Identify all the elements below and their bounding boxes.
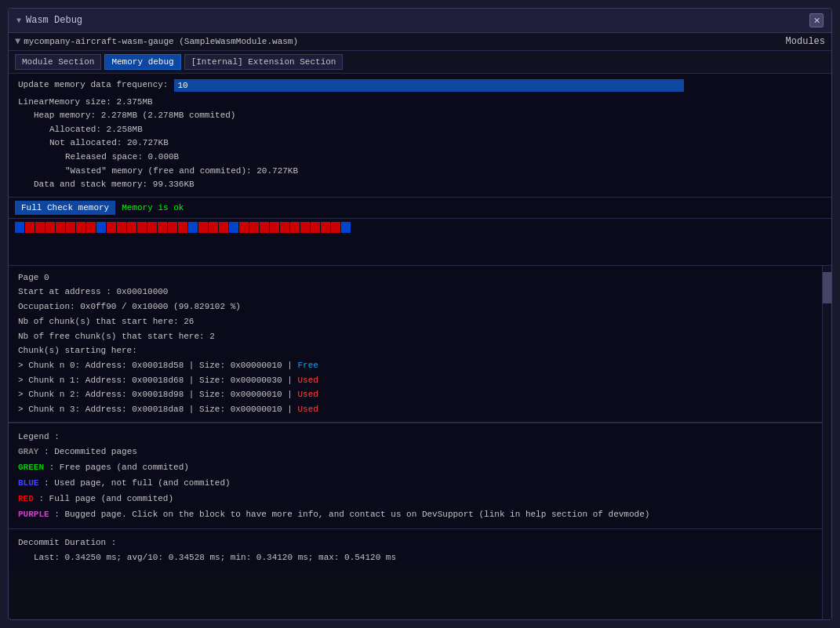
block-blue[interactable] (341, 222, 351, 233)
window-arrow-icon: ▼ (16, 16, 21, 25)
freq-label: Update memory data frequency: (18, 78, 168, 93)
block-red[interactable] (168, 222, 177, 233)
legend-blue-row: BLUE : Used page, not full (and commited… (18, 476, 813, 492)
allocated-line: Allocated: 2.258MB (18, 123, 822, 137)
memory-info: Update memory data frequency: LinearMemo… (9, 74, 831, 198)
occupation-line: Occupation: 0x0ff90 / 0x10000 (99.829102… (18, 299, 813, 314)
module-bar: ▼ mycompany-aircraft-wasm-gauge (SampleW… (9, 33, 831, 51)
full-check-button[interactable]: Full Check memory (15, 201, 115, 215)
block-red[interactable] (249, 222, 259, 233)
block-red[interactable] (76, 222, 85, 233)
legend-purple-row: PURPLE : Bugged page. Click on the block… (18, 507, 813, 523)
legend-gray-row: GRAY : Decommited pages (18, 445, 813, 460)
block-red[interactable] (209, 222, 218, 233)
check-row: Full Check memory Memory is ok (9, 198, 831, 219)
block-red[interactable] (86, 222, 96, 233)
module-dropdown-icon: ▼ (15, 36, 20, 47)
tab-memory-debug[interactable]: Memory debug (104, 54, 180, 70)
block-blue[interactable] (15, 222, 24, 233)
legend-green-row: GREEN : Free pages (and commited) (18, 460, 813, 476)
wasm-debug-window: ▼ Wasm Debug ✕ ▼ mycompany-aircraft-wasm… (8, 8, 832, 620)
chunk-1: > Chunk n 1: Address: 0x00018d68 | Size:… (18, 373, 813, 388)
blocks-area (9, 219, 831, 266)
chunk-3: > Chunk n 3: Address: 0x00018da8 | Size:… (18, 402, 813, 417)
window-title: Wasm Debug (26, 15, 82, 26)
legend-title: Legend : (18, 430, 813, 445)
block-red[interactable] (127, 222, 136, 233)
close-button[interactable]: ✕ (809, 13, 824, 27)
block-red[interactable] (270, 222, 279, 233)
block-red[interactable] (137, 222, 147, 233)
data-stack-line: Data and stack memory: 99.336KB (18, 178, 822, 192)
block-red[interactable] (260, 222, 269, 233)
block-red[interactable] (158, 222, 167, 233)
decommit-title: Decommit Duration : (18, 535, 813, 550)
block-red[interactable] (219, 222, 228, 233)
block-red[interactable] (147, 222, 157, 233)
block-red[interactable] (311, 222, 320, 233)
block-red[interactable] (198, 222, 208, 233)
chunk-2: > Chunk n 2: Address: 0x00018d98 | Size:… (18, 387, 813, 402)
main-scroll-area: Page 0 Start at address : 0x00010000 Occ… (9, 266, 831, 619)
block-red[interactable] (300, 222, 310, 233)
block-red[interactable] (321, 222, 330, 233)
decommit-area: Decommit Duration : Last: 0.34250 ms; av… (9, 529, 822, 571)
tab-internal-extension[interactable]: [Internal] Extension Section (184, 54, 344, 70)
block-blue[interactable] (229, 222, 238, 233)
scrollable-content[interactable]: Page 0 Start at address : 0x00010000 Occ… (9, 266, 822, 619)
nb-free-chunks-line: Nb of free chunk(s) that start here: 2 (18, 329, 813, 344)
chunk-0: > Chunk n 0: Address: 0x00018d58 | Size:… (18, 358, 813, 373)
title-bar-left: ▼ Wasm Debug (16, 15, 82, 26)
tabs-bar: Module Section Memory debug [Internal] E… (9, 51, 831, 74)
block-red[interactable] (56, 222, 65, 233)
released-space-line: Released space: 0.000B (18, 151, 822, 165)
block-blue[interactable] (96, 222, 106, 233)
freq-input[interactable] (174, 79, 684, 92)
block-red[interactable] (66, 222, 75, 233)
block-red[interactable] (178, 222, 187, 233)
chunk-info: Page 0 Start at address : 0x00010000 Occ… (9, 266, 822, 423)
block-red[interactable] (331, 222, 340, 233)
block-red[interactable] (280, 222, 289, 233)
page-line: Page 0 (18, 270, 813, 285)
tab-module-section[interactable]: Module Section (15, 54, 101, 70)
freq-row: Update memory data frequency: (18, 78, 822, 93)
nb-chunks-line: Nb of chunk(s) that start here: 26 (18, 314, 813, 329)
not-allocated-line: Not allocated: 20.727KB (18, 136, 822, 151)
wasted-memory-line: "Wasted" memory (free and commited): 20.… (18, 165, 822, 179)
module-name: mycompany-aircraft-wasm-gauge (SampleWas… (24, 37, 785, 46)
block-red[interactable] (290, 222, 300, 233)
block-red[interactable] (107, 222, 116, 233)
block-blue[interactable] (188, 222, 198, 233)
start-address-line: Start at address : 0x00010000 (18, 285, 813, 299)
blocks-row (15, 222, 825, 233)
block-red[interactable] (25, 222, 35, 233)
block-red[interactable] (35, 222, 45, 233)
block-red[interactable] (239, 222, 249, 233)
content-area: Update memory data frequency: LinearMemo… (9, 74, 831, 619)
legend-red-row: RED : Full page (and commited) (18, 492, 813, 507)
chunks-starting-line: Chunk(s) starting here: (18, 343, 813, 358)
legend-area: Legend : GRAY : Decommited pages GREEN :… (9, 423, 822, 530)
memory-status: Memory is ok (122, 203, 184, 212)
block-red[interactable] (45, 222, 55, 233)
heap-memory-line: Heap memory: 2.278MB (2.278MB commited) (18, 109, 822, 123)
decommit-values: Last: 0.34250 ms; avg/10: 0.34528 ms; mi… (18, 550, 813, 565)
modules-label: Modules (786, 36, 825, 47)
scrollbar-track[interactable] (822, 266, 831, 619)
linear-memory-line: LinearMemory size: 2.375MB (18, 96, 822, 110)
scrollbar-thumb[interactable] (823, 272, 831, 303)
title-bar: ▼ Wasm Debug ✕ (9, 9, 831, 33)
block-red[interactable] (117, 222, 126, 233)
